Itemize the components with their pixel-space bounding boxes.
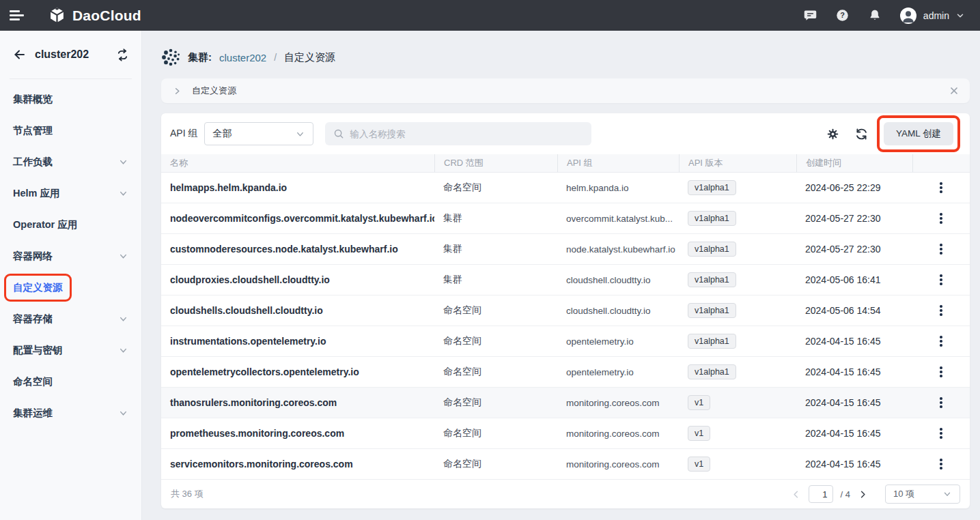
divider: [10, 78, 132, 79]
crd-name[interactable]: instrumentations.opentelemetry.io: [161, 336, 434, 347]
crd-api-group: cloudshell.cloudtty.io: [557, 306, 679, 316]
sidebar-item[interactable]: Helm 应用: [0, 177, 141, 209]
sidebar-item[interactable]: 命名空间: [0, 366, 141, 397]
table-footer: 共 36 项 / 4 10 项: [161, 480, 970, 508]
page-number-input[interactable]: [809, 485, 833, 503]
info-banner: 自定义资源: [161, 78, 970, 103]
next-page-icon[interactable]: [858, 489, 868, 500]
breadcrumb: 集群: cluster202 / 自定义资源: [161, 42, 970, 73]
crd-created-time: 2024-05-06 14:54: [796, 305, 912, 316]
sidebar-item[interactable]: 容器网络: [0, 240, 141, 272]
total-count: 共 36 项: [171, 488, 204, 500]
user-name: admin: [923, 10, 949, 21]
row-actions-kebab-icon[interactable]: [934, 241, 947, 257]
row-actions-cell: [912, 333, 970, 349]
column-header-label: 名称: [170, 157, 188, 169]
row-actions-cell: [912, 272, 970, 287]
row-actions-kebab-icon[interactable]: [934, 210, 947, 226]
refresh-icon[interactable]: [855, 128, 868, 141]
crd-name[interactable]: servicemonitors.monitoring.coreos.com: [161, 459, 434, 470]
table-row: thanosrulers.monitoring.coreos.com命名空间mo…: [161, 388, 970, 418]
row-actions-kebab-icon[interactable]: [934, 394, 947, 410]
crd-name[interactable]: cloudproxies.cloudshell.cloudtty.io: [161, 274, 434, 285]
search-input[interactable]: [350, 129, 583, 139]
message-icon[interactable]: [803, 8, 818, 23]
row-actions-kebab-icon[interactable]: [934, 302, 947, 318]
row-actions-kebab-icon[interactable]: [934, 333, 947, 349]
column-header-label: API 组: [567, 157, 593, 169]
page-size-select[interactable]: 10 项: [885, 485, 960, 504]
breadcrumb-separator: /: [274, 52, 277, 63]
table-row: cloudshells.cloudshell.cloudtty.io命名空间cl…: [161, 295, 970, 326]
crd-name[interactable]: cloudshells.cloudshell.cloudtty.io: [161, 305, 434, 316]
crd-created-time: 2024-04-15 16:45: [796, 336, 912, 347]
crd-created-time: 2024-06-25 22:29: [796, 182, 912, 193]
close-icon[interactable]: [949, 86, 959, 96]
expand-chevron-icon[interactable]: [172, 86, 182, 96]
search-box: [325, 122, 591, 145]
switch-cluster-icon[interactable]: [116, 48, 129, 61]
menu-icon[interactable]: [10, 8, 27, 23]
row-actions-kebab-icon[interactable]: [934, 179, 947, 195]
crd-name[interactable]: prometheuses.monitoring.coreos.com: [161, 428, 434, 439]
crd-version-cell: v1: [679, 457, 796, 472]
table-row: instrumentations.opentelemetry.io命名空间ope…: [161, 326, 970, 357]
logo-text: DaoCloud: [72, 8, 141, 24]
column-header: CRD 范围: [434, 154, 557, 172]
crd-created-time: 2024-05-27 22:30: [796, 213, 912, 224]
chevron-down-icon: [118, 251, 128, 261]
sidebar-item[interactable]: 自定义资源: [0, 272, 141, 303]
crd-name[interactable]: customnoderesources.node.katalyst.kubewh…: [161, 244, 434, 255]
table-row: prometheuses.monitoring.coreos.com命名空间mo…: [161, 418, 970, 449]
cluster-dots-icon: [161, 48, 180, 67]
sidebar-item[interactable]: 容器存储: [0, 303, 141, 334]
table-row: opentelemetrycollectors.opentelemetry.io…: [161, 357, 970, 388]
chevron-down-icon: [118, 314, 128, 324]
previous-page-icon[interactable]: [791, 489, 801, 500]
chevron-down-icon: [118, 408, 128, 418]
row-actions-cell: [912, 241, 970, 257]
back-arrow-icon[interactable]: [12, 48, 26, 61]
crd-api-group: opentelemetry.io: [557, 367, 679, 377]
version-badge: v1: [688, 395, 710, 410]
sidebar-item-label: 工作负载: [13, 156, 53, 169]
column-header-label: 创建时间: [806, 157, 841, 169]
api-group-select[interactable]: 全部: [204, 122, 313, 145]
version-badge: v1alpha1: [688, 303, 736, 318]
page-size-chevron-down-icon: [942, 489, 952, 499]
daocloud-logo[interactable]: DaoCloud: [48, 6, 141, 25]
row-actions-kebab-icon[interactable]: [934, 272, 947, 287]
help-icon[interactable]: ?: [835, 8, 850, 23]
crd-version-cell: v1alpha1: [679, 211, 796, 226]
user-menu[interactable]: admin: [899, 7, 965, 25]
crd-api-group: overcommit.katalyst.kub...: [557, 214, 679, 224]
crd-api-group: opentelemetry.io: [557, 336, 679, 347]
breadcrumb-current: 自定义资源: [284, 51, 335, 64]
row-actions-kebab-icon[interactable]: [934, 364, 947, 379]
breadcrumb-cluster-link[interactable]: cluster202: [219, 52, 266, 63]
row-actions-kebab-icon[interactable]: [934, 456, 947, 472]
crd-scope: 命名空间: [434, 335, 557, 347]
sidebar-item-label: Helm 应用: [13, 187, 60, 200]
crd-name[interactable]: helmapps.helm.kpanda.io: [161, 182, 434, 193]
sidebar-item[interactable]: 节点管理: [0, 115, 141, 146]
crd-name[interactable]: thanosrulers.monitoring.coreos.com: [161, 397, 434, 408]
sidebar-item[interactable]: 集群运维: [0, 397, 141, 429]
crd-created-time: 2024-05-06 16:41: [796, 274, 912, 285]
sidebar-item-label: 容器网络: [13, 250, 53, 263]
version-badge: v1: [688, 457, 710, 472]
crd-version-cell: v1alpha1: [679, 303, 796, 318]
crd-name[interactable]: opentelemetrycollectors.opentelemetry.io: [161, 366, 434, 377]
settings-gear-icon[interactable]: [826, 128, 839, 141]
row-actions-kebab-icon[interactable]: [934, 425, 947, 441]
sidebar-item[interactable]: Operator 应用: [0, 209, 141, 240]
crd-name[interactable]: nodeovercommitconfigs.overcommit.katalys…: [161, 213, 434, 224]
sidebar-nav: 集群概览节点管理工作负载Helm 应用Operator 应用容器网络自定义资源容…: [0, 83, 141, 429]
column-header-label: API 版本: [688, 157, 723, 169]
yaml-create-button[interactable]: YAML 创建: [884, 122, 953, 145]
notifications-bell-icon[interactable]: [867, 8, 882, 23]
sidebar-item[interactable]: 集群概览: [0, 83, 141, 115]
sidebar-item[interactable]: 工作负载: [0, 146, 141, 177]
row-actions-cell: [912, 179, 970, 195]
sidebar-item[interactable]: 配置与密钥: [0, 334, 141, 366]
